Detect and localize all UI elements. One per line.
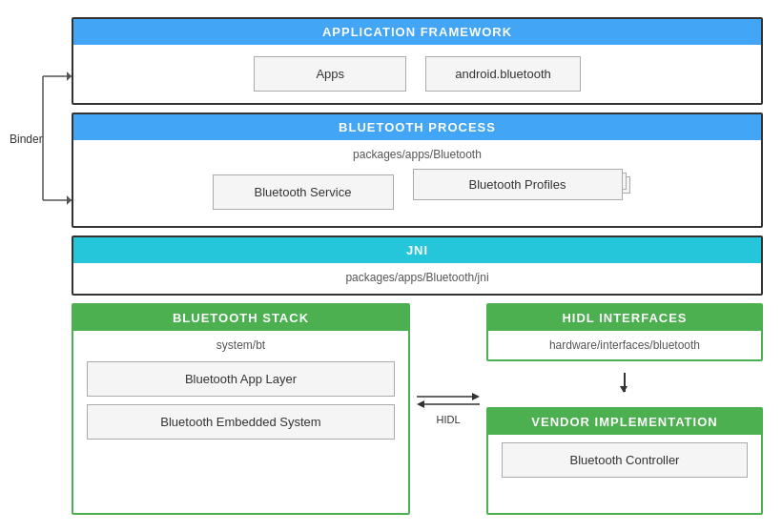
- hidl-interfaces-section: HIDL INTERFACES hardware/interfaces/blue…: [486, 303, 763, 361]
- binder-svg: Binder: [10, 48, 72, 229]
- bluetooth-stack-header: BLUETOOTH STACK: [73, 305, 408, 331]
- svg-marker-7: [472, 393, 480, 400]
- app-framework-header: APPLICATION FRAMEWORK: [73, 19, 761, 45]
- app-framework-section: APPLICATION FRAMEWORK Apps android.bluet…: [72, 17, 763, 105]
- bluetooth-process-sublabel: packages/apps/Bluetooth: [87, 148, 748, 161]
- bluetooth-embedded-system-box: Bluetooth Embedded System: [87, 404, 395, 440]
- svg-marker-4: [67, 195, 72, 205]
- down-arrow: [624, 373, 626, 392]
- jni-header: JNI: [73, 237, 761, 263]
- bluetooth-profiles-stacked: Bluetooth Profiles: [413, 169, 623, 215]
- bluetooth-stack-sublabel: system/bt: [87, 338, 395, 352]
- bluetooth-process-header: BLUETOOTH PROCESS: [73, 114, 761, 140]
- svg-text:Binder: Binder: [10, 133, 43, 146]
- bottom-row: BLUETOOTH STACK system/bt Bluetooth App …: [72, 303, 763, 515]
- down-arrow-area: [486, 369, 763, 399]
- hidl-label: HIDL: [436, 414, 460, 425]
- binder-area: Binder: [0, 10, 72, 522]
- bluetooth-stack-body: system/bt Bluetooth App Layer Bluetooth …: [73, 331, 408, 447]
- bluetooth-stack-section: BLUETOOTH STACK system/bt Bluetooth App …: [72, 303, 410, 515]
- app-framework-body: Apps android.bluetooth: [73, 45, 761, 103]
- jni-sublabel: packages/apps/Bluetooth/jni: [87, 271, 748, 284]
- android-bluetooth-box: android.bluetooth: [425, 56, 580, 92]
- vendor-implementation-section: VENDOR IMPLEMENTATION Bluetooth Controll…: [486, 407, 763, 515]
- jni-body: packages/apps/Bluetooth/jni: [73, 263, 761, 294]
- main-content: APPLICATION FRAMEWORK Apps android.bluet…: [72, 10, 772, 522]
- vendor-impl-body: Bluetooth Controller: [488, 435, 761, 485]
- vendor-impl-header: VENDOR IMPLEMENTATION: [488, 409, 761, 435]
- bluetooth-service-box: Bluetooth Service: [213, 174, 394, 210]
- jni-section: JNI packages/apps/Bluetooth/jni: [72, 235, 763, 296]
- bluetooth-app-layer-box: Bluetooth App Layer: [87, 361, 395, 397]
- apps-box: Apps: [254, 56, 406, 92]
- bluetooth-process-body: packages/apps/Bluetooth Bluetooth Servic…: [73, 140, 761, 226]
- diagram-container: Binder APPLICATION FRAMEWORK Apps androi…: [0, 0, 782, 532]
- bluetooth-profiles-front: Bluetooth Profiles: [413, 169, 623, 200]
- bluetooth-controller-box: Bluetooth Controller: [502, 442, 748, 478]
- svg-marker-9: [417, 400, 424, 408]
- svg-marker-3: [67, 72, 72, 81]
- bluetooth-process-boxes: Bluetooth Service Bluetooth Profiles: [87, 169, 748, 215]
- hidl-panel: HIDL INTERFACES hardware/interfaces/blue…: [486, 303, 763, 515]
- hidl-arrow: [415, 391, 482, 410]
- hidl-interfaces-header: HIDL INTERFACES: [488, 305, 761, 331]
- hidl-connector: HIDL: [420, 303, 477, 515]
- bluetooth-process-section: BLUETOOTH PROCESS packages/apps/Bluetoot…: [72, 113, 763, 228]
- hidl-interfaces-body: hardware/interfaces/bluetooth: [488, 331, 761, 359]
